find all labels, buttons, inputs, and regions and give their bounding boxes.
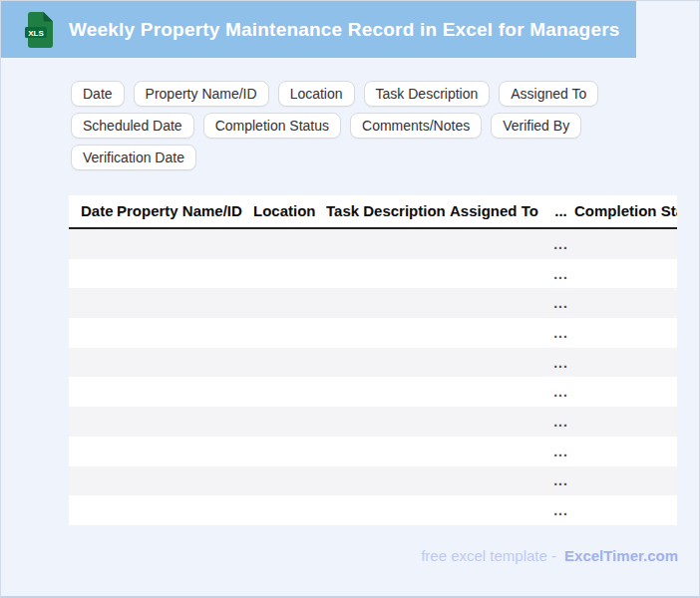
placeholder-cell: ... [547,228,574,259]
empty-cell [117,437,253,466]
empty-cell [117,407,253,437]
maintenance-table-wrap: DateProperty Name/IDLocationTask Descrip… [69,195,677,525]
empty-cell [326,288,450,318]
placeholder-cell: ... [547,495,574,525]
placeholder-cell: ... [547,407,574,437]
column-header: Assigned To [450,195,547,228]
empty-cell [574,407,677,437]
empty-cell [450,437,547,466]
empty-cell [326,318,450,348]
empty-cell [69,437,117,466]
xls-icon-label: XLS [28,28,44,37]
empty-cell [253,318,326,348]
chip-property-name-id[interactable]: Property Name/ID [134,81,269,107]
empty-cell [117,495,253,525]
empty-cell [450,288,547,318]
chip-verification-date[interactable]: Verification Date [71,145,196,170]
empty-cell [117,318,253,348]
placeholder-cell: ... [547,318,574,348]
table-row: ... [69,318,677,348]
empty-cell [69,318,117,348]
maintenance-table: DateProperty Name/IDLocationTask Descrip… [69,195,677,525]
empty-cell [69,288,117,318]
empty-cell [450,495,547,525]
empty-cell [574,495,677,525]
chip-task-description[interactable]: Task Description [364,81,491,107]
table-row: ... [69,407,677,437]
empty-cell [450,407,547,437]
page-title: Weekly Property Maintenance Record in Ex… [69,19,620,41]
chip-verified-by[interactable]: Verified By [491,113,581,139]
empty-cell [253,348,326,378]
table-row: ... [69,437,677,466]
chip-date[interactable]: Date [71,81,125,107]
empty-cell [326,495,450,525]
chip-comments-notes[interactable]: Comments/Notes [350,113,482,139]
empty-cell [117,228,253,259]
empty-cell [117,466,253,496]
empty-cell [326,407,450,437]
chip-scheduled-date[interactable]: Scheduled Date [71,113,194,139]
empty-cell [326,259,450,289]
table-row: ... [69,228,677,259]
placeholder-cell: ... [547,348,574,378]
empty-cell [253,437,326,466]
empty-cell [253,466,326,496]
empty-cell [574,318,677,348]
empty-cell [69,228,117,259]
empty-cell [450,259,547,289]
empty-cell [326,377,450,407]
empty-cell [253,288,326,318]
empty-cell [574,288,677,318]
table-row: ... [69,259,677,289]
footer: free excel template -ExcelTimer.com [421,547,678,564]
placeholder-cell: ... [547,288,574,318]
empty-cell [450,228,547,259]
empty-cell [326,466,450,496]
empty-cell [326,437,450,466]
placeholder-cell: ... [547,466,574,496]
empty-cell [450,318,547,348]
empty-cell [69,377,117,407]
chip-completion-status[interactable]: Completion Status [203,113,341,139]
column-header: Date [69,195,117,228]
empty-cell [574,466,677,496]
empty-cell [253,228,326,259]
column-chips: DateProperty Name/IDLocationTask Descrip… [71,81,614,170]
xls-file-icon: XLS [25,11,55,49]
column-header: Location [253,195,326,228]
empty-cell [253,495,326,525]
footer-text: free excel template - [421,547,556,564]
empty-cell [117,288,253,318]
empty-cell [574,259,677,289]
empty-cell [69,348,117,378]
empty-cell [326,348,450,378]
table-header-row: DateProperty Name/IDLocationTask Descrip… [69,195,677,228]
empty-cell [326,228,450,259]
empty-cell [574,348,677,378]
chip-assigned-to[interactable]: Assigned To [499,81,598,107]
placeholder-cell: ... [547,259,574,289]
empty-cell [253,377,326,407]
empty-cell [574,377,677,407]
footer-brand-link[interactable]: ExcelTimer.com [564,547,678,564]
empty-cell [253,259,326,289]
empty-cell [69,495,117,525]
table-row: ... [69,466,677,496]
empty-cell [450,466,547,496]
empty-cell [69,466,117,496]
table-row: ... [69,495,677,525]
column-header: Completion Status [574,195,677,228]
empty-cell [117,348,253,378]
column-header: ... [547,195,574,228]
table-row: ... [69,377,677,407]
chip-location[interactable]: Location [278,81,355,107]
empty-cell [69,259,117,289]
placeholder-cell: ... [547,377,574,407]
table-body: .............................. [69,228,677,525]
empty-cell [450,377,547,407]
empty-cell [117,259,253,289]
table-row: ... [69,348,677,378]
empty-cell [574,228,677,259]
column-header: Task Description [326,195,450,228]
